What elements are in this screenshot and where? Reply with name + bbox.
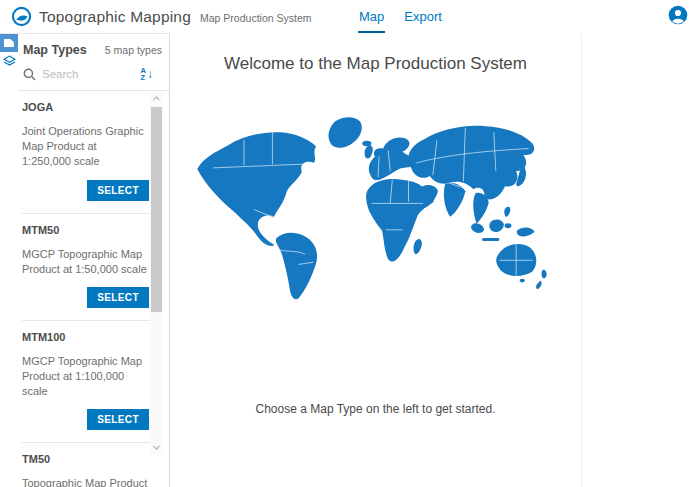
sort-letters: A Z (141, 67, 146, 81)
map-type-item-mtm50: MTM50 MGCP Topographic Map Product at 1:… (22, 213, 151, 320)
map-tool-button[interactable] (0, 34, 18, 52)
scrollbar-thumb[interactable] (151, 107, 162, 312)
welcome-content: Welcome to the Map Production System (170, 33, 582, 487)
app-subtitle: Map Production System (200, 12, 311, 24)
layers-icon (2, 54, 17, 69)
scroll-up-button[interactable] (150, 92, 163, 105)
user-account-icon[interactable] (668, 5, 688, 25)
tool-strip (0, 34, 18, 487)
select-button-joga[interactable]: SELECT (87, 180, 149, 201)
sort-letter-z: Z (141, 74, 146, 81)
sort-arrow-down: ↓ (147, 68, 153, 80)
map-icon (2, 36, 16, 50)
list-scrollbar[interactable] (150, 92, 163, 454)
map-type-list: JOGA Joint Operations Graphic Map Produc… (18, 91, 169, 487)
map-type-name: JOGA (22, 101, 149, 113)
map-type-count: 5 map types (105, 44, 162, 56)
instruction-text: Choose a Map Type on the left to get sta… (256, 402, 496, 416)
search-icon (23, 68, 36, 81)
map-type-name: MTM50 (22, 224, 149, 236)
search-row: A Z ↓ (18, 61, 169, 91)
app-title: Topographic Mapping (39, 8, 191, 26)
panel-header: Map Types 5 map types (18, 34, 169, 61)
app-header: Topographic Mapping Map Production Syste… (0, 0, 699, 33)
map-types-panel: Map Types 5 map types A Z ↓ (18, 34, 170, 487)
main-pane: Welcome to the Map Production System (170, 33, 699, 487)
map-type-description: Topographic Map Product at 1:50,000 scal… (22, 476, 148, 487)
map-type-description: Joint Operations Graphic Map Product at … (22, 124, 148, 170)
app-brand: Topographic Mapping Map Production Syste… (0, 6, 311, 27)
scroll-down-button[interactable] (150, 441, 163, 454)
header-tabs: Map Export (358, 0, 443, 33)
layers-tool-button[interactable] (0, 52, 18, 70)
welcome-title: Welcome to the Map Production System (224, 54, 527, 74)
map-type-item-mtm100: MTM100 MGCP Topographic Map Product at 1… (22, 320, 151, 443)
app-body: Map Types 5 map types A Z ↓ (0, 33, 699, 487)
world-map-image (183, 110, 569, 306)
app-logo-icon (11, 6, 32, 27)
panel-title: Map Types (23, 43, 87, 57)
map-type-item-joga: JOGA Joint Operations Graphic Map Produc… (22, 91, 151, 213)
select-button-mtm50[interactable]: SELECT (87, 287, 149, 308)
chevron-up-icon (153, 96, 160, 101)
map-type-description: MGCP Topographic Map Product at 1:100,00… (22, 354, 148, 400)
tab-export[interactable]: Export (403, 0, 443, 33)
map-type-name: TM50 (22, 453, 149, 465)
select-button-mtm100[interactable]: SELECT (87, 409, 149, 430)
sort-a-z-icon[interactable]: A Z ↓ (141, 67, 162, 81)
chevron-down-icon (153, 445, 160, 450)
tab-map[interactable]: Map (358, 0, 385, 33)
search-input[interactable] (42, 68, 116, 80)
sidebar: Map Types 5 map types A Z ↓ (0, 33, 170, 487)
map-type-item-tm50: TM50 Topographic Map Product at 1:50,000… (22, 442, 151, 487)
map-type-name: MTM100 (22, 331, 149, 343)
map-type-description: MGCP Topographic Map Product at 1:50,000… (22, 247, 148, 277)
